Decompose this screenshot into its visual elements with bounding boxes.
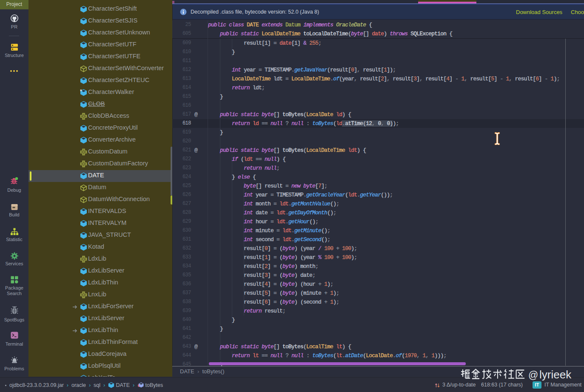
svg-text:@: @ [528, 369, 538, 381]
svg-text:lyrieek: lyrieek [539, 369, 572, 381]
